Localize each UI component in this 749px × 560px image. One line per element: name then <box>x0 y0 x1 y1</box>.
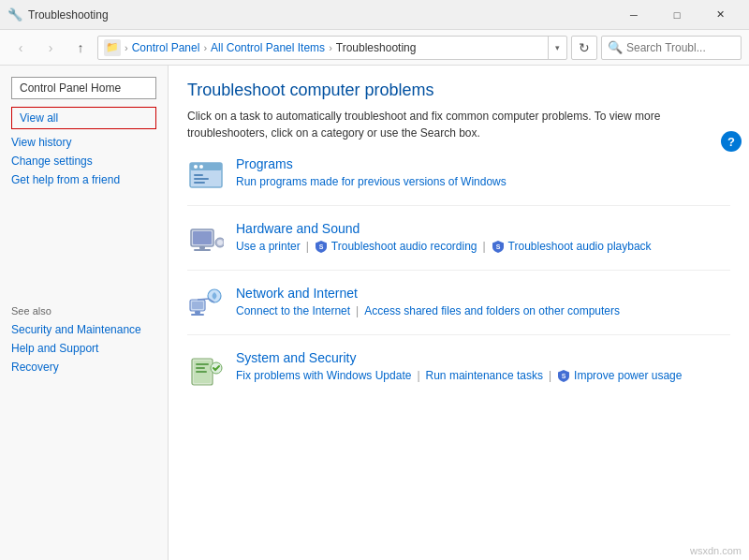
use-printer-link[interactable]: Use a printer <box>236 240 301 253</box>
svg-rect-8 <box>193 231 212 244</box>
hardware-links: Use a printer | S Troubleshoot audio rec… <box>236 240 652 253</box>
category-network: Network and Internet Connect to the Inte… <box>187 286 730 335</box>
svg-rect-4 <box>194 174 203 176</box>
security-content: System and Security Fix problems with Wi… <box>236 350 682 382</box>
svg-rect-12 <box>194 249 211 251</box>
minimize-button[interactable]: ─ <box>612 0 655 30</box>
window-title: Troubleshooting <box>28 8 612 22</box>
breadcrumb-cp[interactable]: Control Panel <box>132 41 200 54</box>
svg-rect-20 <box>195 311 200 314</box>
page-title: Troubleshoot computer problems <box>187 81 730 100</box>
svg-rect-26 <box>196 371 207 373</box>
main-layout: Control Panel Home View all View history… <box>0 66 749 560</box>
address-bar: ‹ › ↑ 📁 › Control Panel › All Control Pa… <box>0 30 749 66</box>
forward-button[interactable]: › <box>37 35 64 61</box>
back-button[interactable]: ‹ <box>7 35 34 61</box>
folder-icon: 📁 <box>104 39 121 56</box>
svg-text:S: S <box>318 243 323 250</box>
programs-links: Run programs made for previous versions … <box>236 175 507 188</box>
search-box[interactable]: 🔍 <box>601 36 742 60</box>
help-button[interactable]: ? <box>721 131 742 152</box>
svg-line-18 <box>198 299 209 300</box>
category-hardware: Hardware and Sound Use a printer | S Tro… <box>187 221 730 271</box>
run-programs-link[interactable]: Run programs made for previous versions … <box>236 175 507 188</box>
refresh-button[interactable]: ↻ <box>571 36 597 60</box>
help-support-link[interactable]: Help and Support <box>0 339 168 358</box>
control-panel-home-link[interactable]: Control Panel Home <box>11 77 156 99</box>
recovery-link[interactable]: Recovery <box>0 358 168 376</box>
shield-icon-1: S <box>315 240 330 253</box>
network-name[interactable]: Network and Internet <box>236 286 620 301</box>
programs-name[interactable]: Programs <box>236 156 507 171</box>
connect-internet-link[interactable]: Connect to the Internet <box>236 304 350 317</box>
svg-point-10 <box>217 240 223 245</box>
security-icon <box>187 350 225 388</box>
hardware-icon <box>187 221 225 258</box>
svg-point-2 <box>194 165 198 169</box>
breadcrumb-separator-3: › <box>329 42 332 53</box>
see-also-label: See also <box>0 302 168 320</box>
svg-rect-24 <box>196 363 209 365</box>
watermark: wsxdn.com <box>690 545 742 556</box>
up-button[interactable]: ↑ <box>67 35 94 61</box>
content-area: Troubleshoot computer problems Click on … <box>169 66 749 560</box>
change-settings-link[interactable]: Change settings <box>0 152 168 170</box>
breadcrumb-separator-1: › <box>125 42 128 53</box>
window-icon: 🔧 <box>7 7 22 22</box>
power-usage-link[interactable]: Improve power usage <box>574 369 682 382</box>
hardware-name[interactable]: Hardware and Sound <box>236 221 652 236</box>
category-programs: Programs Run programs made for previous … <box>187 156 730 206</box>
svg-rect-11 <box>199 246 205 249</box>
page-description: Click on a task to automatically trouble… <box>187 108 730 141</box>
svg-rect-5 <box>194 178 209 180</box>
network-links: Connect to the Internet | Access shared … <box>236 304 620 317</box>
category-security: System and Security Fix problems with Wi… <box>187 350 730 399</box>
svg-rect-25 <box>196 367 205 369</box>
programs-content: Programs Run programs made for previous … <box>236 156 507 188</box>
shield-icon-3: S <box>557 369 572 382</box>
hardware-content: Hardware and Sound Use a printer | S Tro… <box>236 221 652 253</box>
search-icon: 🔍 <box>608 40 623 54</box>
view-history-link[interactable]: View history <box>0 133 168 152</box>
shield-icon-2: S <box>492 240 507 253</box>
troubleshoot-recording-link[interactable]: Troubleshoot audio recording <box>331 240 477 253</box>
network-icon <box>187 286 225 323</box>
svg-point-3 <box>199 165 203 169</box>
breadcrumb-all-items[interactable]: All Control Panel Items <box>211 41 325 54</box>
security-name[interactable]: System and Security <box>236 350 682 365</box>
svg-text:S: S <box>495 243 500 250</box>
troubleshoot-playback-link[interactable]: Troubleshoot audio playback <box>508 240 652 253</box>
breadcrumb-separator-2: › <box>203 42 207 53</box>
search-input[interactable] <box>626 41 735 54</box>
svg-rect-16 <box>192 302 203 309</box>
window-controls: ─ □ ✕ <box>612 0 742 30</box>
svg-rect-21 <box>191 314 204 316</box>
svg-text:S: S <box>562 373 566 379</box>
maintenance-tasks-link[interactable]: Run maintenance tasks <box>426 369 543 382</box>
close-button[interactable]: ✕ <box>698 0 742 30</box>
breadcrumb-current: Troubleshooting <box>336 41 417 54</box>
security-maintenance-link[interactable]: Security and Maintenance <box>0 320 168 339</box>
title-bar: 🔧 Troubleshooting ─ □ ✕ <box>0 0 749 30</box>
maximize-button[interactable]: □ <box>655 0 698 30</box>
access-shared-link[interactable]: Access shared files and folders on other… <box>364 304 620 317</box>
programs-icon <box>187 156 225 194</box>
windows-update-link[interactable]: Fix problems with Windows Update <box>236 369 411 382</box>
address-dropdown-button[interactable]: ▾ <box>548 37 566 59</box>
network-content: Network and Internet Connect to the Inte… <box>236 286 620 317</box>
view-all-link[interactable]: View all <box>11 107 156 129</box>
sidebar: Control Panel Home View all View history… <box>0 66 169 560</box>
get-help-link[interactable]: Get help from a friend <box>0 170 168 189</box>
svg-rect-6 <box>194 182 205 184</box>
security-links: Fix problems with Windows Update | Run m… <box>236 369 682 382</box>
